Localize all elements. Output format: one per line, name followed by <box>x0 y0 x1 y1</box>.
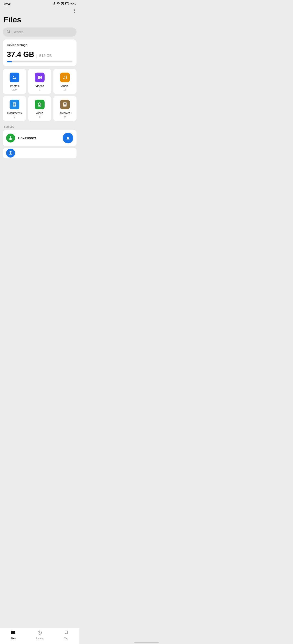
photos-label: Photos <box>10 84 19 88</box>
videos-icon <box>35 72 45 82</box>
battery-percent: 26% <box>70 2 76 6</box>
svg-point-16 <box>40 105 41 106</box>
page-title: Files <box>0 14 79 28</box>
category-apks[interactable]: APKs 3 <box>28 96 51 121</box>
status-icons: 26% <box>53 2 76 6</box>
storage-label: Device storage <box>7 43 72 46</box>
category-videos[interactable]: Videos 1 <box>28 69 51 94</box>
overflow-dot-3 <box>74 12 75 12</box>
status-time: 22:48 <box>4 2 12 6</box>
documents-icon <box>10 100 19 109</box>
sources-label: Sources <box>0 122 79 130</box>
overflow-menu-button[interactable] <box>73 8 76 14</box>
photos-icon <box>10 72 19 82</box>
storage-progress-bar <box>7 61 72 62</box>
no-sim-icon <box>61 2 64 6</box>
second-source-card-partial <box>3 148 77 158</box>
svg-rect-8 <box>38 76 41 79</box>
svg-point-9 <box>63 78 65 79</box>
photos-count: 209 <box>12 88 17 91</box>
top-bar <box>0 7 79 14</box>
search-bar[interactable]: Search <box>3 28 77 36</box>
archives-count: 0 <box>64 115 66 118</box>
storage-card: Device storage 37.4 GB | 512 GB <box>3 40 77 66</box>
archives-label: Archives <box>59 112 70 115</box>
videos-count: 1 <box>39 88 40 91</box>
downloads-source-card[interactable]: Downloads <box>3 130 77 146</box>
apks-label: APKs <box>36 112 43 115</box>
svg-rect-4 <box>65 3 66 4</box>
category-photos[interactable]: Photos 209 <box>3 69 26 94</box>
storage-total: 512 GB <box>39 54 52 58</box>
videos-label: Videos <box>35 84 44 88</box>
documents-label: Documents <box>7 112 22 115</box>
clean-button[interactable] <box>63 133 73 143</box>
documents-count: 0 <box>14 115 15 118</box>
archives-icon <box>60 100 70 109</box>
apks-count: 3 <box>39 115 40 118</box>
storage-progress-fill <box>7 61 12 62</box>
apks-icon <box>35 100 45 109</box>
search-placeholder: Search <box>13 30 24 34</box>
overflow-dot-1 <box>74 9 75 10</box>
status-bar: 22:48 <box>0 0 79 7</box>
search-icon <box>7 30 11 34</box>
category-archives[interactable]: Archives 0 <box>53 96 77 121</box>
storage-used: 37.4 GB <box>7 50 34 59</box>
svg-point-15 <box>39 105 39 106</box>
svg-point-10 <box>66 78 67 79</box>
overflow-dot-2 <box>74 10 75 11</box>
audio-label: Audio <box>61 84 69 88</box>
wifi-icon <box>57 2 60 6</box>
storage-size: 37.4 GB | 512 GB <box>7 50 72 59</box>
battery-icon <box>65 2 69 6</box>
downloads-icon <box>6 134 15 142</box>
category-documents[interactable]: Documents 0 <box>3 96 26 121</box>
category-audio[interactable]: Audio 2 <box>53 69 77 94</box>
category-grid: Photos 209 Videos 1 Audio <box>3 69 77 121</box>
audio-count: 2 <box>64 88 66 91</box>
downloads-label: Downloads <box>18 136 36 140</box>
second-source-icon <box>6 148 15 158</box>
svg-line-6 <box>9 32 10 33</box>
storage-divider: | <box>36 53 37 58</box>
audio-icon <box>60 72 70 82</box>
svg-point-7 <box>13 76 14 77</box>
bluetooth-icon <box>53 2 56 6</box>
